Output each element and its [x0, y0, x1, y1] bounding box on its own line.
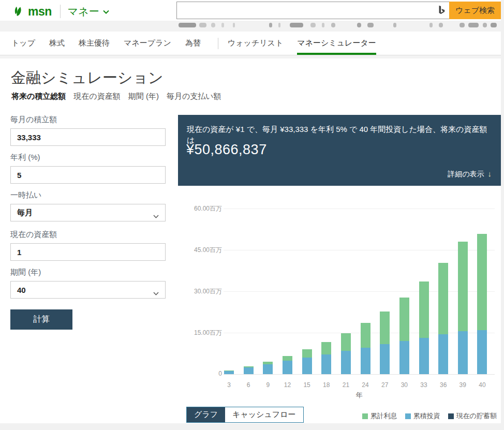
- field-annual-rate: 年利 (%)5: [10, 153, 166, 184]
- bar-segment-interest[interactable]: [341, 333, 351, 351]
- subtab-future-savings-total[interactable]: 将来の積立総額: [11, 92, 66, 101]
- bar-segment-investment[interactable]: [438, 334, 448, 374]
- x-axis-tick: 21: [336, 381, 355, 389]
- header-divider: [60, 5, 61, 18]
- subtab-period-years[interactable]: 期間 (年): [128, 92, 159, 101]
- redacted-trending-term: [483, 23, 487, 27]
- field-label-period: 期間 (年): [10, 268, 166, 277]
- web-search-button[interactable]: ウェブ検索: [449, 2, 501, 19]
- subtab-current-assets[interactable]: 現在の資産額: [73, 92, 120, 101]
- redacted-trending-term: [491, 23, 497, 27]
- redacted-trending-term: [199, 23, 206, 27]
- bar-segment-investment[interactable]: [341, 351, 351, 374]
- show-details-link[interactable]: 詳細の表示↓: [448, 169, 492, 179]
- bar-segment-investment[interactable]: [477, 330, 487, 374]
- y-axis-tick: 45.00百万: [178, 246, 222, 255]
- redacted-trending-term: [439, 23, 443, 27]
- legend-swatch: [405, 413, 411, 419]
- bar-segment-interest[interactable]: [419, 281, 429, 337]
- redacted-trending-term: [211, 23, 215, 27]
- nav-tab-forex[interactable]: 為替: [185, 32, 201, 55]
- x-axis-tick: 6: [239, 381, 258, 389]
- gridline: [224, 291, 495, 292]
- bar-segment-interest[interactable]: [458, 242, 468, 331]
- x-axis-tick: 33: [414, 381, 434, 389]
- redacted-trending-term: [269, 23, 272, 27]
- legend-item-investment: 累積投資: [405, 411, 440, 421]
- y-axis-tick: 60.00百万: [178, 204, 222, 213]
- chart-legend: 累計利息累積投資現在の貯蓄額: [362, 411, 497, 421]
- annual-rate-input[interactable]: 5: [10, 166, 166, 184]
- nav-tab-money-plan[interactable]: マネープラン: [124, 32, 171, 55]
- scrollbar-track[interactable]: [501, 0, 504, 430]
- bar-segment-interest[interactable]: [244, 366, 254, 367]
- nav-divider: [218, 38, 218, 49]
- redacted-trending-term: [367, 23, 374, 27]
- x-axis-tick: 3: [219, 381, 239, 389]
- bar-segment-interest[interactable]: [321, 342, 331, 354]
- header: msn マネー: [11, 4, 109, 19]
- bar-segment-interest[interactable]: [361, 323, 370, 347]
- gridline: [224, 333, 495, 333]
- nav-tab-watchlist[interactable]: ウォッチリスト: [228, 32, 283, 55]
- bar-segment-interest[interactable]: [477, 234, 487, 330]
- bar-segment-interest[interactable]: [380, 312, 390, 345]
- search-input[interactable]: [177, 2, 434, 19]
- search-bar: ウェブ検索: [176, 2, 501, 19]
- calculate-button[interactable]: 計算: [10, 309, 72, 330]
- bar-segment-investment[interactable]: [361, 348, 370, 374]
- bar-segment-investment[interactable]: [244, 367, 254, 374]
- bar-segment-investment[interactable]: [399, 341, 409, 374]
- chart-tab-graph[interactable]: グラフ: [187, 407, 225, 422]
- current-assets-input[interactable]: 1: [10, 243, 166, 261]
- page: msn マネー ウェブ検索 トップ株式株主優待マネープラン為替ウォッチリストマネ…: [0, 0, 504, 430]
- msn-butterfly-icon[interactable]: [11, 5, 25, 18]
- x-axis-tick: 9: [258, 381, 278, 389]
- redacted-trending-term: [290, 23, 303, 27]
- msn-logo-text[interactable]: msn: [28, 5, 52, 19]
- bar-segment-investment[interactable]: [302, 358, 312, 374]
- redacted-trending-term: [459, 23, 465, 27]
- period-select[interactable]: 40: [10, 281, 166, 299]
- subtab-monthly-payment[interactable]: 毎月の支払い額: [167, 92, 221, 101]
- nav-shadow: [0, 55, 501, 58]
- bar-segment-investment[interactable]: [321, 354, 331, 374]
- y-axis-tick: 30.00百万: [178, 287, 222, 296]
- redacted-trending-term: [278, 23, 280, 27]
- x-axis-tick: 30: [394, 381, 414, 389]
- nav-bar: トップ株式株主優待マネープラン為替ウォッチリストマネーシミュレーター: [0, 32, 501, 55]
- chart-tab-cashflow[interactable]: キャッシュフロー: [225, 407, 303, 422]
- result-panel: 現在の資産が ¥1 で、毎月 ¥33,333 を年利 5% で 40 年間投資し…: [178, 115, 501, 186]
- nav-tab-top[interactable]: トップ: [11, 32, 35, 55]
- bar-segment-interest[interactable]: [283, 356, 292, 361]
- bar-segment-interest[interactable]: [438, 263, 448, 334]
- chart-view-tabs: グラフキャッシュフロー: [186, 407, 304, 423]
- payment-frequency-select[interactable]: 毎月: [10, 204, 166, 221]
- field-label-current-assets: 現在の資産額: [10, 230, 166, 240]
- field-value-payment-frequency: 毎月: [17, 208, 33, 218]
- monthly-contribution-input[interactable]: 33,333: [10, 128, 166, 146]
- nav-tab-stocks[interactable]: 株式: [49, 32, 65, 55]
- nav-tab-money-simulator[interactable]: マネーシミュレーター: [297, 32, 376, 55]
- vertical-title[interactable]: マネー: [68, 5, 99, 19]
- bar-segment-investment[interactable]: [263, 364, 273, 374]
- bar-segment-interest[interactable]: [263, 362, 273, 364]
- result-type-tabs: 将来の積立総額現在の資産額期間 (年)毎月の支払い額: [11, 92, 221, 101]
- chevron-down-icon: [153, 288, 159, 297]
- bar-segment-interest[interactable]: [399, 298, 409, 341]
- result-amount: ¥50,866,837: [186, 142, 267, 158]
- gridline: [224, 374, 495, 375]
- field-value-annual-rate: 5: [17, 171, 21, 180]
- bar-segment-investment[interactable]: [458, 331, 468, 374]
- bar-segment-investment[interactable]: [224, 371, 234, 374]
- bar-segment-investment[interactable]: [419, 338, 429, 374]
- y-axis-tick: 0: [178, 370, 222, 377]
- x-axis-tick: 39: [453, 381, 472, 389]
- nav-tab-shareholder-benefits[interactable]: 株主優待: [79, 32, 110, 55]
- chevron-down-icon[interactable]: [103, 7, 109, 16]
- field-period: 期間 (年)40: [10, 268, 166, 299]
- bar-segment-interest[interactable]: [302, 349, 312, 358]
- redacted-trending-term: [179, 23, 196, 27]
- bar-segment-investment[interactable]: [380, 344, 390, 374]
- bar-segment-investment[interactable]: [283, 361, 292, 374]
